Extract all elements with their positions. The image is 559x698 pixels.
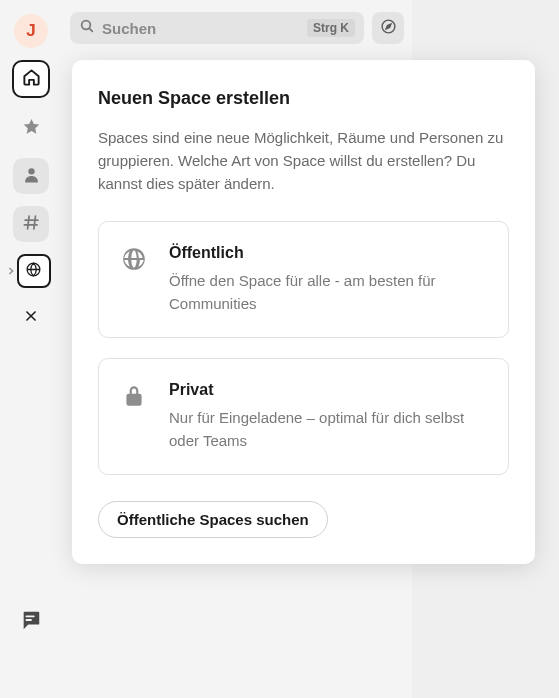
modal-title: Neuen Space erstellen xyxy=(98,88,509,109)
modal-description: Spaces sind eine neue Möglichkeit, Räume… xyxy=(98,127,509,195)
public-option-title: Öffentlich xyxy=(169,244,486,262)
create-space-modal: Neuen Space erstellen Spaces sind eine n… xyxy=(72,60,535,564)
private-space-option[interactable]: Privat Nur für Eingeladene – optimal für… xyxy=(98,358,509,475)
private-option-title: Privat xyxy=(169,381,486,399)
lock-icon xyxy=(121,383,147,409)
private-option-body: Privat Nur für Eingeladene – optimal für… xyxy=(169,381,486,452)
public-option-body: Öffentlich Öffne den Space für alle - am… xyxy=(169,244,486,315)
private-option-desc: Nur für Eingeladene – optimal für dich s… xyxy=(169,407,486,452)
globe-icon xyxy=(121,246,147,272)
search-public-spaces-button[interactable]: Öffentliche Spaces suchen xyxy=(98,501,328,538)
public-space-option[interactable]: Öffentlich Öffne den Space für alle - am… xyxy=(98,221,509,338)
public-option-desc: Öffne den Space für alle - am besten für… xyxy=(169,270,486,315)
